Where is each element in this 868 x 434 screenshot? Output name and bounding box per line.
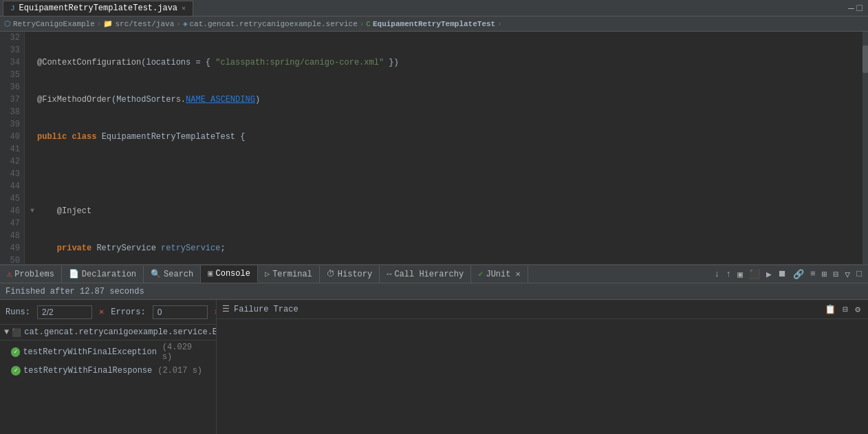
tab-bar: J EquipamentRetryTemplateTest.java ✕ — □ bbox=[0, 0, 868, 17]
tab-junit-label: JUnit bbox=[486, 270, 510, 279]
errors-input bbox=[153, 305, 208, 319]
tab-declaration[interactable]: 📄 Declaration bbox=[62, 265, 144, 283]
tab-terminal[interactable]: ▷ Terminal bbox=[258, 265, 320, 283]
tab-junit-close[interactable]: ✕ bbox=[515, 269, 520, 279]
failure-header: ☰ Failure Trace 📋 ⊟ ⚙ bbox=[217, 300, 868, 319]
runs-input bbox=[37, 305, 92, 319]
test-tree-panel: Runs: ✕ Errors: ✕ Failures: ▼ ⬛ cat.genc… bbox=[0, 300, 217, 434]
tab-callhierarchy-label: Call Hierarchy bbox=[394, 270, 464, 279]
tab-problems-label: Problems bbox=[14, 270, 54, 279]
class-icon: C bbox=[366, 20, 371, 28]
junit-panel: Runs: ✕ Errors: ✕ Failures: ▼ ⬛ cat.genc… bbox=[0, 300, 868, 434]
java-icon: J bbox=[10, 4, 15, 12]
runs-label: Runs: bbox=[6, 307, 30, 317]
toolbar-btn-5[interactable]: ▶ bbox=[764, 268, 774, 281]
toolbar-btn-8[interactable]: ≡ bbox=[808, 268, 818, 280]
maximize-icon[interactable]: □ bbox=[857, 3, 862, 14]
bottom-tab-bar: ⚠ Problems 📄 Declaration 🔍 Search ▣ Cons… bbox=[0, 264, 868, 283]
tab-history[interactable]: ⏱ History bbox=[320, 265, 380, 283]
list-icon: ☰ bbox=[222, 304, 230, 314]
console-icon: ▣ bbox=[208, 268, 213, 279]
toolbar-btn-11[interactable]: ▽ bbox=[843, 268, 852, 281]
toolbar-btn-3[interactable]: ▣ bbox=[735, 268, 745, 281]
toolbar-btn-6[interactable]: ⏹ bbox=[776, 268, 789, 280]
test-item-time-1: (4.029 s) bbox=[162, 343, 205, 362]
failure-filter-btn[interactable]: ⊟ bbox=[840, 303, 850, 316]
scrollbar-thumb[interactable] bbox=[862, 45, 868, 73]
bottom-toolbar: ↓ ↑ ▣ ⬛ ▶ ⏹ 🔗 ≡ ⊞ ⊟ ▽ □ bbox=[713, 268, 868, 281]
tab-search[interactable]: 🔍 Search bbox=[144, 265, 201, 283]
close-icon[interactable]: ✕ bbox=[182, 4, 186, 12]
failure-trace-panel: ☰ Failure Trace 📋 ⊟ ⚙ bbox=[217, 300, 868, 434]
toolbar-btn-10[interactable]: ⊟ bbox=[832, 268, 841, 281]
status-bar: Finished after 12.87 seconds bbox=[0, 283, 868, 300]
tab-search-label: Search bbox=[164, 270, 193, 279]
breadcrumb-project[interactable]: RetryCanigoExample bbox=[13, 20, 95, 28]
test-item-icon-2: ✓ bbox=[11, 366, 21, 376]
failure-settings-btn[interactable]: ⚙ bbox=[853, 303, 862, 316]
breadcrumb-class[interactable]: EquipamentRetryTemplateTest bbox=[373, 20, 495, 28]
tab-problems[interactable]: ⚠ Problems bbox=[0, 265, 62, 283]
toolbar-btn-9[interactable]: ⊞ bbox=[820, 268, 829, 281]
test-item-label-2: testRetryWithFinalResponse bbox=[23, 366, 152, 376]
test-item-1[interactable]: ✓ testRetryWithFinalException (4.029 s) bbox=[0, 340, 216, 364]
toolbar-btn-7[interactable]: 🔗 bbox=[791, 268, 806, 281]
test-item-icon-1: ✓ bbox=[11, 347, 20, 357]
minimize-icon[interactable]: — bbox=[848, 3, 854, 14]
search-icon: 🔍 bbox=[151, 269, 161, 279]
tab-history-label: History bbox=[338, 270, 372, 279]
project-icon: ⬡ bbox=[4, 19, 11, 28]
file-tab[interactable]: J EquipamentRetryTemplateTest.java ✕ bbox=[3, 1, 193, 16]
breadcrumb-package[interactable]: cat.gencat.retrycanigoexample.service bbox=[190, 20, 358, 28]
errors-icon: ✕ bbox=[99, 307, 104, 317]
code-content[interactable]: @ContextConfiguration(locations = { "cla… bbox=[25, 32, 868, 264]
toolbar-maximize[interactable]: □ bbox=[854, 268, 864, 280]
tree-root-label: cat.gencat.retrycanigoexample.service.Eq… bbox=[24, 327, 217, 337]
junit-icon: ✓ bbox=[478, 269, 483, 279]
failure-toolbar: 📋 ⊟ ⚙ bbox=[823, 303, 862, 316]
test-item-label-1: testRetryWithFinalException bbox=[23, 347, 156, 357]
test-item-2[interactable]: ✓ testRetryWithFinalResponse (2.017 s) bbox=[0, 364, 216, 378]
failure-copy-btn[interactable]: 📋 bbox=[823, 303, 838, 316]
tab-console-label: Console bbox=[216, 269, 250, 279]
vertical-scrollbar[interactable] bbox=[862, 32, 868, 264]
status-message: Finished after 12.87 seconds bbox=[6, 287, 144, 296]
terminal-icon: ▷ bbox=[265, 269, 270, 279]
code-editor[interactable]: 32 33 34 35 36 37 38 39 40 41 42 43 44 4… bbox=[0, 32, 868, 264]
breadcrumb-folder[interactable]: src/test/java bbox=[115, 20, 174, 28]
failure-trace-label: Failure Trace bbox=[234, 305, 299, 314]
failure-content bbox=[217, 319, 868, 434]
tab-terminal-label: Terminal bbox=[272, 270, 312, 279]
tab-label: EquipamentRetryTemplateTest.java bbox=[19, 3, 177, 13]
declaration-icon: 📄 bbox=[69, 269, 79, 279]
test-item-time-2: (2.017 s) bbox=[158, 366, 202, 376]
history-icon: ⏱ bbox=[327, 269, 335, 279]
package-icon: ⬛ bbox=[12, 328, 21, 337]
package-icon: ◈ bbox=[183, 19, 188, 28]
tree-expand-icon[interactable]: ▼ bbox=[4, 327, 9, 337]
tab-callhierarchy[interactable]: ↔ Call Hierarchy bbox=[380, 265, 471, 283]
line-numbers: 32 33 34 35 36 37 38 39 40 41 42 43 44 4… bbox=[0, 32, 25, 264]
runs-bar: Runs: ✕ Errors: ✕ Failures: bbox=[0, 300, 216, 325]
window-controls: — □ bbox=[848, 3, 865, 14]
breadcrumb: ⬡ RetryCanigoExample › 📁 src/test/java ›… bbox=[0, 17, 868, 32]
tab-declaration-label: Declaration bbox=[82, 270, 136, 279]
toolbar-btn-1[interactable]: ↓ bbox=[713, 268, 722, 280]
errors-label: Errors: bbox=[111, 307, 145, 317]
problems-icon: ⚠ bbox=[7, 269, 12, 279]
callhierarchy-icon: ↔ bbox=[387, 270, 391, 279]
tab-junit[interactable]: ✓ JUnit ✕ bbox=[471, 265, 528, 283]
tab-console[interactable]: ▣ Console bbox=[201, 265, 258, 283]
toolbar-btn-2[interactable]: ↑ bbox=[724, 268, 733, 280]
folder-icon: 📁 bbox=[103, 19, 113, 28]
toolbar-btn-4[interactable]: ⬛ bbox=[747, 268, 762, 281]
tree-root[interactable]: ▼ ⬛ cat.gencat.retrycanigoexample.servic… bbox=[0, 325, 216, 340]
